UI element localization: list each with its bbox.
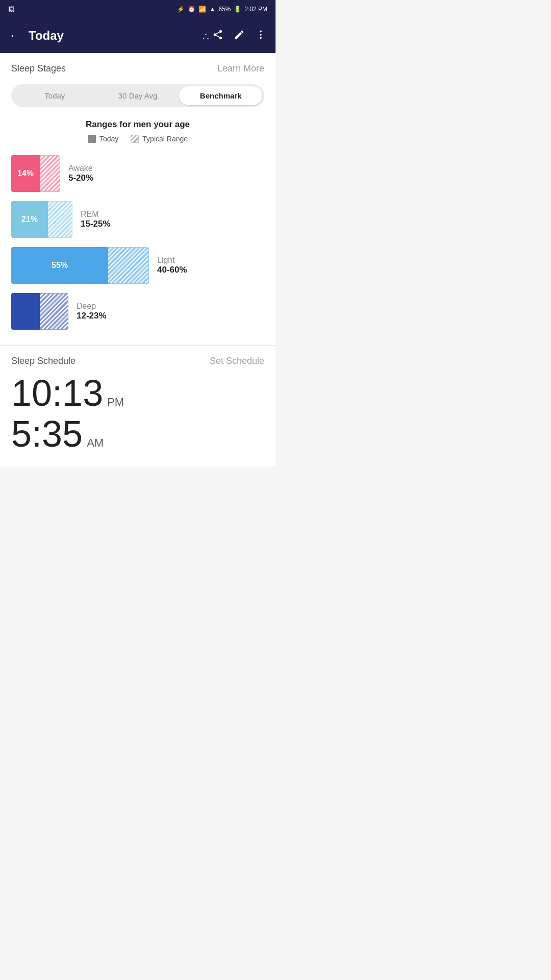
more-icon[interactable] [255,29,266,43]
light-percentage: 55% [52,261,68,270]
legend-today-label: Today [99,135,118,143]
share-icon[interactable]: ∴ [203,29,223,43]
status-left: 🖼 [8,6,14,13]
stage-row-light: 55% Light 40-60% [11,247,264,284]
stage-row-deep: Deep 12-23% [11,293,264,330]
sleep-stages-title: Sleep Stages [11,63,66,74]
deep-bar-solid [11,293,40,330]
svg-point-0 [260,30,262,32]
deep-bar-container [11,293,68,330]
range-title: Ranges for men your age [11,119,264,130]
legend-today-box [88,135,96,143]
clock: 2:02 PM [244,6,267,13]
battery-percent: 65% [218,6,231,13]
deep-range: 12-23% [77,311,107,321]
rem-name: REM [81,210,111,219]
stage-row-rem: 21% REM 15-25% [11,201,264,238]
set-schedule-link[interactable]: Set Schedule [210,356,264,366]
light-bar-range [108,247,149,284]
bedtime-display: 10:13 PM [11,375,264,411]
deep-info: Deep 12-23% [77,302,107,321]
sleep-stages-bars: 14% Awake 5-20% 21% REM 15-25% [11,155,264,330]
light-info: Light 40-60% [157,256,187,275]
status-bar: 🖼 ⚡ ⏰ 📶 ▲ 65% 🔋 2:02 PM [0,0,276,18]
battery-icon: 🔋 [234,6,241,13]
rem-info: REM 15-25% [81,210,111,229]
rem-range: 15-25% [81,219,111,229]
tab-today[interactable]: Today [13,86,96,105]
awake-bar-solid: 14% [11,155,40,192]
stage-row-awake: 14% Awake 5-20% [11,155,264,192]
bedtime-period: PM [107,396,124,409]
rem-bar-range [48,201,72,238]
svg-point-1 [260,34,262,36]
wake-time-display: 5:35 AM [11,415,264,452]
status-right: ⚡ ⏰ 📶 ▲ 65% 🔋 2:02 PM [177,6,267,13]
awake-bar-container: 14% [11,155,60,192]
awake-percentage: 14% [17,169,34,178]
learn-more-link[interactable]: Learn More [217,63,264,74]
sleep-stages-header: Sleep Stages Learn More [11,63,264,74]
rem-bar-container: 21% [11,201,72,238]
legend-range: Typical Range [131,135,188,143]
back-button[interactable]: ← [9,29,20,42]
light-range: 40-60% [157,265,187,275]
legend-range-label: Typical Range [142,135,188,143]
deep-name: Deep [77,302,107,311]
awake-name: Awake [68,164,93,173]
wake-time: 5:35 [11,415,83,452]
sleep-schedule-header: Sleep Schedule Set Schedule [11,356,264,366]
gallery-icon: 🖼 [8,6,14,13]
legend: Today Typical Range [11,135,264,143]
edit-icon[interactable] [234,29,245,43]
awake-range: 5-20% [68,173,93,183]
awake-info: Awake 5-20% [68,164,93,183]
wake-period: AM [87,436,104,450]
svg-point-2 [260,37,262,39]
header-actions: ∴ [203,29,266,43]
rem-percentage: 21% [21,215,38,224]
sleep-schedule-title: Sleep Schedule [11,356,76,366]
tab-benchmark[interactable]: Benchmark [179,86,262,105]
rem-bar-solid: 21% [11,201,48,238]
app-header: ← Today ∴ [0,18,276,53]
light-bar-solid: 55% [11,247,108,284]
deep-bar-range [40,293,68,330]
tab-30avg[interactable]: 30 Day Avg [96,86,180,105]
tab-selector: Today 30 Day Avg Benchmark [11,84,264,107]
legend-today: Today [88,135,118,143]
section-divider [0,345,276,346]
light-name: Light [157,256,187,265]
wifi-icon: 📶 [198,6,206,13]
bedtime-time: 10:13 [11,375,103,411]
signal-icon: ▲ [209,6,215,13]
main-content: Sleep Stages Learn More Today 30 Day Avg… [0,53,276,467]
legend-range-box [131,135,139,143]
light-bar-container: 55% [11,247,149,284]
page-title: Today [29,29,203,43]
bluetooth-icon: ⚡ [177,6,185,13]
awake-bar-range [40,155,60,192]
alarm-icon: ⏰ [188,6,195,13]
